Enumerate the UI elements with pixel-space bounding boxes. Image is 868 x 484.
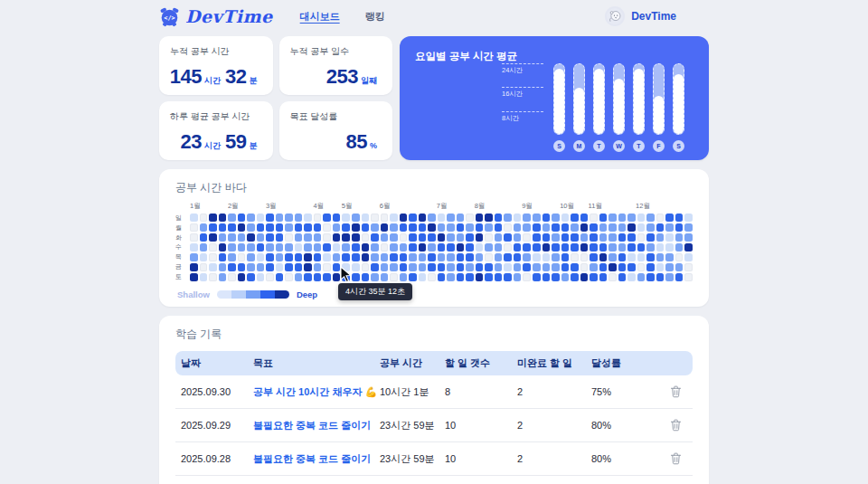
heatmap-cell[interactable] <box>228 253 236 261</box>
heatmap-cell[interactable] <box>333 214 341 222</box>
heatmap-cell[interactable] <box>476 214 484 222</box>
heatmap-cell[interactable] <box>447 233 455 242</box>
heatmap-cell[interactable] <box>362 263 370 271</box>
delete-row-button[interactable] <box>670 419 682 432</box>
heatmap-cell[interactable] <box>285 253 293 261</box>
heatmap-cell[interactable] <box>457 223 465 232</box>
heatmap-cell[interactable] <box>466 243 474 251</box>
heatmap-cell[interactable] <box>238 243 246 251</box>
heatmap-cell[interactable] <box>665 243 674 251</box>
heatmap-cell[interactable] <box>247 223 255 232</box>
heatmap-cell[interactable] <box>438 253 446 261</box>
cell-goal-link[interactable]: 불필요한 중복 코드 줄이기 <box>253 419 380 432</box>
heatmap-cell[interactable] <box>504 243 512 251</box>
heatmap-cell[interactable] <box>466 273 474 281</box>
heatmap-cell[interactable] <box>323 263 331 271</box>
heatmap-cell[interactable] <box>561 214 570 222</box>
heatmap-cell[interactable] <box>485 253 493 261</box>
heatmap-cell[interactable] <box>257 273 265 281</box>
heatmap-cell[interactable] <box>400 263 408 271</box>
heatmap-cell[interactable] <box>609 243 617 251</box>
heatmap-cell[interactable] <box>580 243 589 251</box>
heatmap-cell[interactable] <box>190 253 198 261</box>
heatmap-cell[interactable] <box>409 273 417 281</box>
heatmap-cell[interactable] <box>646 233 655 242</box>
heatmap-cell[interactable] <box>514 223 522 232</box>
heatmap-cell[interactable] <box>371 253 379 261</box>
heatmap-cell[interactable] <box>409 263 417 271</box>
heatmap-cell[interactable] <box>656 273 665 281</box>
heatmap-cell[interactable] <box>304 214 312 222</box>
heatmap-cell[interactable] <box>438 233 446 242</box>
heatmap-cell[interactable] <box>476 263 484 271</box>
heatmap-cell[interactable] <box>675 233 684 242</box>
heatmap-cell[interactable] <box>533 243 541 251</box>
heatmap-cell[interactable] <box>428 273 436 281</box>
heatmap-cell[interactable] <box>514 214 522 222</box>
heatmap-cell[interactable] <box>247 273 255 281</box>
heatmap-cell[interactable] <box>352 253 360 261</box>
heatmap-cell[interactable] <box>400 233 408 242</box>
heatmap-cell[interactable] <box>609 214 617 222</box>
heatmap-cell[interactable] <box>599 273 608 281</box>
heatmap-cell[interactable] <box>656 233 665 242</box>
heatmap-cell[interactable] <box>599 243 608 251</box>
heatmap-cell[interactable] <box>514 273 522 281</box>
heatmap-cell[interactable] <box>646 273 655 281</box>
heatmap-cell[interactable] <box>400 243 408 251</box>
heatmap-cell[interactable] <box>476 233 484 242</box>
heatmap-cell[interactable] <box>266 273 274 281</box>
heatmap-cell[interactable] <box>485 214 493 222</box>
heatmap-cell[interactable] <box>637 253 646 261</box>
heatmap-cell[interactable] <box>219 233 227 242</box>
heatmap-cell[interactable] <box>609 253 617 261</box>
heatmap-cell[interactable] <box>419 223 427 232</box>
heatmap-cell[interactable] <box>200 223 208 232</box>
heatmap-cell[interactable] <box>238 223 246 232</box>
heatmap-cell[interactable] <box>646 214 655 222</box>
heatmap-cell[interactable] <box>266 214 274 222</box>
heatmap-cell[interactable] <box>257 243 265 251</box>
heatmap-cell[interactable] <box>209 233 217 242</box>
heatmap-cell[interactable] <box>238 233 246 242</box>
heatmap-cell[interactable] <box>627 253 636 261</box>
heatmap-cell[interactable] <box>371 223 379 232</box>
heatmap-cell[interactable] <box>228 233 236 242</box>
heatmap-cell[interactable] <box>314 263 322 271</box>
heatmap-cell[interactable] <box>247 214 255 222</box>
heatmap-cell[interactable] <box>684 253 693 261</box>
heatmap-cell[interactable] <box>485 223 493 232</box>
heatmap-cell[interactable] <box>609 223 617 232</box>
heatmap-cell[interactable] <box>514 253 522 261</box>
heatmap-cell[interactable] <box>533 214 541 222</box>
heatmap-cell[interactable] <box>400 214 408 222</box>
user-profile[interactable]: DevTime <box>605 6 676 26</box>
heatmap-cell[interactable] <box>627 273 636 281</box>
heatmap-cell[interactable] <box>627 214 636 222</box>
heatmap-cell[interactable] <box>381 253 389 261</box>
heatmap-cell[interactable] <box>438 263 446 271</box>
heatmap-cell[interactable] <box>476 253 484 261</box>
heatmap-cell[interactable] <box>285 263 293 271</box>
heatmap-cell[interactable] <box>466 263 474 271</box>
heatmap-cell[interactable] <box>200 273 208 281</box>
heatmap-cell[interactable] <box>247 233 255 242</box>
heatmap-cell[interactable] <box>656 263 665 271</box>
heatmap-cell[interactable] <box>285 233 293 242</box>
heatmap-cell[interactable] <box>523 243 531 251</box>
heatmap-cell[interactable] <box>247 243 255 251</box>
heatmap-cell[interactable] <box>684 214 693 222</box>
heatmap-cell[interactable] <box>466 233 474 242</box>
heatmap-cell[interactable] <box>552 243 560 251</box>
heatmap-cell[interactable] <box>295 263 303 271</box>
heatmap-cell[interactable] <box>637 233 646 242</box>
heatmap-cell[interactable] <box>627 263 636 271</box>
heatmap-cell[interactable] <box>304 273 312 281</box>
heatmap-cell[interactable] <box>552 233 560 242</box>
heatmap-cell[interactable] <box>342 233 350 242</box>
heatmap-cell[interactable] <box>618 273 627 281</box>
heatmap-cell[interactable] <box>447 243 455 251</box>
heatmap-cell[interactable] <box>599 223 608 232</box>
heatmap-cell[interactable] <box>457 253 465 261</box>
heatmap-cell[interactable] <box>352 243 360 251</box>
